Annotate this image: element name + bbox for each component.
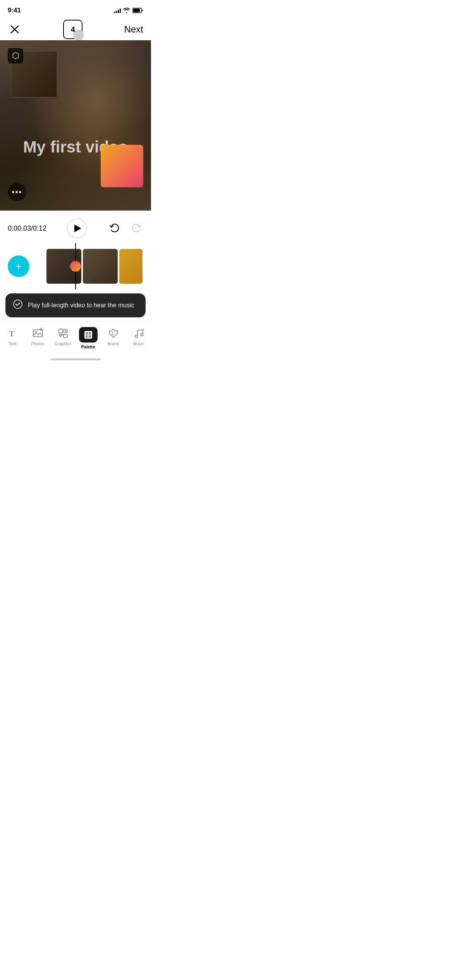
toast-check-icon <box>13 300 22 311</box>
status-time: 9:41 <box>8 7 21 14</box>
battery-icon <box>132 8 143 13</box>
brand-badge: ⬡ <box>8 48 23 63</box>
nav-item-text[interactable]: T Text <box>0 326 25 346</box>
home-indicator <box>50 358 101 360</box>
play-button[interactable] <box>67 218 87 238</box>
color-swatch <box>101 145 143 187</box>
clip-3[interactable] <box>119 249 142 284</box>
add-clip-button[interactable]: + <box>8 255 29 277</box>
svg-text:L: L <box>112 331 115 336</box>
undo-icon <box>109 223 120 234</box>
undo-button[interactable] <box>108 221 122 235</box>
photos-icon <box>33 327 43 339</box>
brand-hexagon-icon: ⬡ <box>12 51 19 61</box>
text-icon: T <box>7 327 18 339</box>
nav-item-brand[interactable]: L Brand <box>101 326 126 346</box>
nav-label-music: Music <box>133 341 144 346</box>
svg-point-23 <box>141 334 143 336</box>
clip-2[interactable] <box>83 249 118 284</box>
graphics-icon <box>58 327 69 339</box>
time-display: 0:00.03/0:12 <box>8 224 46 233</box>
nav-label-text: Text <box>9 341 16 346</box>
add-icon: + <box>15 261 22 272</box>
toast-message: Play full-length video to hear the music <box>28 302 134 309</box>
palette-icon <box>83 329 94 341</box>
svg-rect-18 <box>86 335 88 338</box>
status-icons <box>114 8 143 13</box>
svg-rect-1 <box>133 9 140 12</box>
nav-item-music[interactable]: Music <box>126 326 151 346</box>
nav-item-graphics[interactable]: Graphics <box>50 326 76 346</box>
svg-point-8 <box>35 331 37 332</box>
nav-item-photos[interactable]: Photos <box>25 326 50 346</box>
bottom-nav: T Text Photos <box>0 321 151 357</box>
svg-rect-12 <box>59 329 63 333</box>
svg-rect-14 <box>63 334 67 338</box>
top-nav: 4 Next <box>0 19 151 40</box>
music-icon <box>133 327 144 339</box>
clip-counter: 4 <box>63 20 82 39</box>
svg-rect-19 <box>89 335 91 338</box>
undo-redo-controls <box>108 221 143 235</box>
nav-label-palette: Palette <box>81 344 95 349</box>
toast-notification: Play full-length video to hear the music <box>5 293 146 317</box>
play-icon <box>74 224 81 232</box>
playback-controls: 0:00.03/0:12 <box>0 211 151 243</box>
timeline[interactable]: + <box>0 243 151 290</box>
timeline-clips <box>46 249 142 284</box>
svg-point-22 <box>135 335 137 338</box>
more-options-button[interactable]: ••• <box>8 183 26 201</box>
nav-label-graphics: Graphics <box>54 341 71 346</box>
redo-button[interactable] <box>129 221 143 235</box>
signal-icon <box>114 8 121 13</box>
video-preview: ⬡ My first video ••• <box>0 40 151 211</box>
palette-active-indicator <box>79 327 98 343</box>
close-icon <box>10 25 19 34</box>
nav-label-photos: Photos <box>31 341 44 346</box>
status-bar: 9:41 <box>0 0 151 19</box>
redo-icon <box>131 223 142 234</box>
svg-text:T: T <box>9 329 15 338</box>
close-button[interactable] <box>8 22 22 36</box>
next-button[interactable]: Next <box>124 22 143 36</box>
svg-rect-16 <box>86 332 88 334</box>
svg-rect-17 <box>89 332 91 334</box>
nav-label-brand: Brand <box>108 341 119 346</box>
brand-icon: L <box>108 327 119 339</box>
more-dots-icon: ••• <box>12 188 22 197</box>
wifi-icon <box>123 8 130 13</box>
timeline-cursor-dot <box>70 261 81 272</box>
nav-item-palette[interactable]: Palette <box>76 326 101 349</box>
